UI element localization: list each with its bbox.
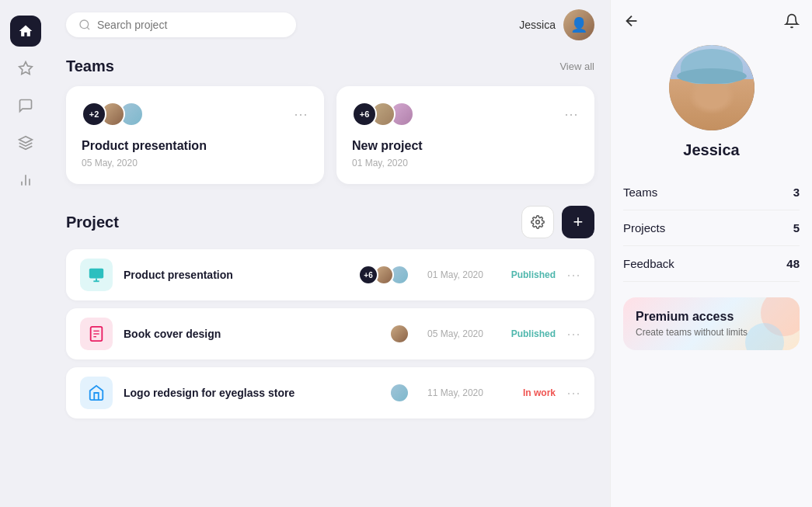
svg-rect-8 xyxy=(89,269,103,279)
avatar-count-0: +2 xyxy=(82,102,106,127)
profile-photo xyxy=(669,45,754,130)
stat-value-2: 48 xyxy=(786,257,800,270)
team-date-1: 01 May, 2020 xyxy=(352,158,579,168)
stat-row-0: Teams 3 xyxy=(623,175,800,210)
project-status-1: Published xyxy=(501,328,556,339)
content-area: Teams View all +2 ⋯ Product presentation… xyxy=(51,50,610,507)
svg-marker-1 xyxy=(19,137,32,143)
team-card-1[interactable]: +6 ⋯ New project 01 May, 2020 xyxy=(336,86,594,184)
notification-button[interactable] xyxy=(784,13,800,29)
stat-value-1: 5 xyxy=(793,221,800,234)
project-row-0[interactable]: Product presentation +6 01 May, 2020 Pub… xyxy=(66,249,594,300)
settings-button[interactable] xyxy=(521,206,554,238)
project-name-2: Logo redesign for eyeglass store xyxy=(124,387,378,399)
panel-top-bar xyxy=(623,12,800,30)
home-icon[interactable] xyxy=(10,16,41,47)
right-panel: Jessica Teams 3 Projects 5 Feedback 48 P… xyxy=(610,0,812,507)
avatar: 👤 xyxy=(563,9,594,40)
view-all-teams[interactable]: View all xyxy=(559,61,594,72)
stat-row-1: Projects 5 xyxy=(623,210,800,246)
project-name-0: Product presentation xyxy=(124,269,347,281)
project-icon-1 xyxy=(80,318,113,350)
profile-name: Jessica xyxy=(683,141,739,159)
svg-point-7 xyxy=(536,221,540,224)
project-date-1: 05 May, 2020 xyxy=(420,328,490,339)
user-info: Jessica 👤 xyxy=(519,9,594,40)
teams-section-header: Teams View all xyxy=(66,57,594,75)
search-input[interactable] xyxy=(97,19,284,31)
svg-point-5 xyxy=(80,20,89,29)
search-icon xyxy=(78,19,91,31)
search-bar[interactable] xyxy=(66,12,296,37)
project-avatars-1 xyxy=(389,324,409,344)
star-icon[interactable] xyxy=(10,53,41,84)
project-row-menu-0[interactable]: ⋯ xyxy=(566,266,580,283)
premium-card[interactable]: Premium access Create teams without limi… xyxy=(623,297,800,350)
chat-icon[interactable] xyxy=(10,90,41,121)
stat-value-0: 3 xyxy=(793,186,800,199)
project-date-2: 11 May, 2020 xyxy=(420,387,490,398)
header: Jessica 👤 xyxy=(51,0,610,50)
project-row-menu-1[interactable]: ⋯ xyxy=(566,325,580,342)
sidebar xyxy=(0,0,51,507)
teams-title: Teams xyxy=(66,57,114,75)
project-row-menu-2[interactable]: ⋯ xyxy=(566,384,580,401)
project-section-header: Project + xyxy=(66,206,594,238)
project-actions: + xyxy=(521,206,594,238)
team-card-0[interactable]: +2 ⋯ Product presentation 05 May, 2020 xyxy=(66,86,324,184)
project-status-0: Published xyxy=(501,269,556,280)
avatar-stack-0: +2 xyxy=(82,102,144,127)
profile-avatar xyxy=(669,45,754,130)
team-card-menu-0[interactable]: ⋯ xyxy=(294,106,308,123)
project-title: Project xyxy=(66,214,119,231)
team-card-menu-1[interactable]: ⋯ xyxy=(564,106,579,123)
avatar-count-1: +6 xyxy=(352,102,377,127)
add-project-button[interactable]: + xyxy=(562,206,594,238)
team-name-0: Product presentation xyxy=(82,139,308,153)
user-name: Jessica xyxy=(519,19,556,31)
stat-label-1: Projects xyxy=(623,221,665,234)
project-icon-2 xyxy=(80,377,113,409)
project-avatars-2 xyxy=(389,383,409,403)
chart-icon[interactable] xyxy=(10,165,41,196)
layers-icon[interactable] xyxy=(10,127,41,158)
project-icon-0 xyxy=(80,259,113,291)
main-content: Jessica 👤 Teams View all +2 ⋯ Product pr… xyxy=(51,0,610,507)
project-list: Product presentation +6 01 May, 2020 Pub… xyxy=(66,249,594,418)
stat-label-2: Feedback xyxy=(623,257,674,270)
back-button[interactable] xyxy=(623,12,640,30)
team-date-0: 05 May, 2020 xyxy=(82,158,308,168)
project-date-0: 01 May, 2020 xyxy=(420,269,490,280)
stat-row-2: Feedback 48 xyxy=(623,246,800,282)
project-status-2: In work xyxy=(501,387,556,398)
svg-marker-0 xyxy=(19,62,32,75)
stats-list: Teams 3 Projects 5 Feedback 48 xyxy=(623,175,800,282)
team-name-1: New project xyxy=(352,139,579,153)
svg-line-6 xyxy=(87,27,89,30)
stat-label-0: Teams xyxy=(623,186,657,199)
project-name-1: Book cover design xyxy=(124,328,378,340)
avatar-stack-1: +6 xyxy=(352,102,414,127)
project-row-1[interactable]: Book cover design 05 May, 2020 Published… xyxy=(66,308,594,359)
teams-grid: +2 ⋯ Product presentation 05 May, 2020 +… xyxy=(66,86,594,184)
project-row-2[interactable]: Logo redesign for eyeglass store 11 May,… xyxy=(66,367,594,418)
project-avatars-0: +6 xyxy=(358,265,409,285)
